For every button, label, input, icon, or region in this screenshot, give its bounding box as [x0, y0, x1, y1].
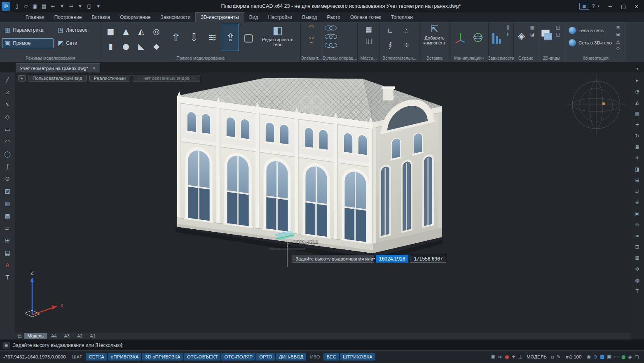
zoom-lens-icon[interactable]: ⊙ — [593, 354, 597, 360]
interface-switch-icon[interactable]: ▦ — [579, 3, 589, 10]
ellipse-icon[interactable]: ⊙ — [2, 173, 13, 184]
ribbon-tab[interactable]: Настройки — [263, 12, 297, 22]
ucs-construction-icon[interactable]: ∟ — [387, 27, 393, 35]
help-menu-icon[interactable]: ▾ — [597, 4, 603, 8]
point-icon[interactable]: ∴ — [405, 27, 409, 35]
2d-views-icon[interactable] — [540, 24, 553, 49]
mesh-refine-icon[interactable]: ⊞ — [615, 32, 621, 37]
fix-constraint-icon[interactable]: ⊦ — [505, 32, 511, 37]
status-toggle[interactable]: оПРИВЯЗКА — [108, 353, 142, 361]
viewport-control-button[interactable]: Пользовательский вид — [28, 75, 87, 81]
ribbon-tab[interactable]: Построение — [49, 12, 87, 22]
base-view-icon[interactable]: ◰ — [555, 25, 561, 30]
ui-monitor-icon[interactable]: ▢ — [85, 2, 94, 11]
text-style-icon[interactable]: Т — [633, 287, 642, 296]
pointer-mode-icon[interactable]: ⊳ — [498, 354, 502, 360]
rotate-view-icon[interactable]: ↻ — [633, 131, 642, 140]
grid-display-icon[interactable]: ▦ — [633, 109, 642, 118]
push-pull-icon[interactable]: ⇪ — [222, 24, 239, 51]
sphere-icon[interactable]: ● — [118, 39, 133, 54]
dynamic-ucs-icon[interactable]: ⊥ — [518, 354, 522, 360]
selection-box-icon[interactable]: ■ — [600, 354, 604, 360]
dynamic-prompt-dropdown[interactable]: Задайте высоту выдавливания или ▾ — [293, 255, 374, 263]
zoom-window-icon[interactable]: ⊡ — [633, 242, 642, 251]
wipeout-icon[interactable]: ▱ — [2, 223, 13, 233]
divide-icon[interactable]: ÷ — [404, 41, 410, 49]
parallel-constraint-icon[interactable]: ∥ — [505, 25, 511, 30]
group-label[interactable]: Манипуляции▾ — [450, 55, 488, 62]
edit-body-button[interactable]: ◧ Редактировать тело — [260, 24, 295, 47]
direct-mode-button[interactable]: ▣ Прямое — [2, 38, 54, 48]
help-button[interactable]: ? — [590, 3, 597, 9]
move-view-icon[interactable]: + — [633, 120, 642, 129]
ribbon-tab[interactable]: Оформление — [115, 12, 155, 22]
audit-icon[interactable]: ◪ — [529, 32, 536, 37]
command-line[interactable]: ≣ Задайте высоту выдавливания или [Неско… — [0, 340, 644, 350]
text-icon[interactable]: T — [2, 272, 13, 283]
status-toggle[interactable]: ИЗО — [307, 353, 323, 361]
height-input-field[interactable]: 16024.1916 — [376, 255, 408, 263]
clip-plane-icon[interactable]: ▱ — [633, 187, 642, 196]
clean-screen-icon[interactable]: ▭ — [614, 354, 619, 360]
spline-icon[interactable]: ∫ — [2, 161, 13, 172]
sheet-mode-button[interactable]: ◳ Листовое — [55, 25, 96, 35]
solid-to-mesh-button[interactable]: Тела в сеть — [567, 26, 613, 35]
building-model[interactable] — [176, 78, 443, 263]
polysolid-icon[interactable]: ◆ — [149, 39, 164, 54]
parametric-mode-button[interactable]: ▦ Параметрика — [2, 25, 54, 35]
ribbon-tab[interactable]: Топоплан — [386, 12, 418, 22]
annotation-pencil-icon[interactable]: ✎ — [557, 354, 561, 360]
pyramid-icon[interactable]: ◭ — [133, 24, 149, 39]
navigation-sphere[interactable] — [567, 75, 626, 135]
undo-list-icon[interactable]: ▾ — [58, 2, 66, 11]
ribbon-tab[interactable]: Зависимости — [156, 12, 196, 22]
close-button[interactable]: × — [630, 0, 643, 12]
redo-icon[interactable]: → — [67, 2, 75, 11]
slice-icon[interactable]: ▢ — [240, 24, 257, 51]
redo-list-icon[interactable]: ▾ — [76, 2, 84, 11]
calculator-icon[interactable]: ▤ — [529, 25, 536, 30]
orbit-rings-icon[interactable] — [470, 24, 487, 51]
cylinder-icon[interactable]: ▮ — [103, 39, 118, 54]
add-component-button[interactable]: ⇱ Добавить компонент — [422, 24, 447, 45]
status-toggle[interactable]: ШАГ — [69, 353, 85, 361]
fullscreen-icon[interactable]: ▢ — [635, 354, 639, 360]
scale-control[interactable]: m1:100 — [563, 354, 584, 359]
pan-icon[interactable]: ✥ — [633, 265, 642, 274]
gradient-icon[interactable]: ▥ — [2, 198, 13, 209]
status-toggle[interactable]: ВЕС — [323, 353, 339, 361]
block-icon[interactable]: ⊞ — [2, 235, 13, 246]
paper-space-icon[interactable]: ▫ — [551, 354, 554, 360]
minimize-button[interactable]: ─ — [604, 0, 617, 12]
layout-tab[interactable]: А3 — [61, 333, 73, 339]
restore-button[interactable]: ▢ — [617, 0, 630, 12]
steering-icon[interactable]: ◍ — [633, 276, 642, 285]
quick-access-more-icon[interactable]: ▾ — [94, 2, 103, 11]
record-icon[interactable]: ● — [505, 354, 509, 360]
spell-check-icon[interactable]: A — [2, 260, 13, 270]
measure-icon[interactable]: # — [633, 198, 642, 207]
fillet-edge-icon[interactable]: ◠ — [309, 23, 314, 31]
taper-face-icon[interactable]: ⇩ — [185, 24, 203, 51]
subtract-icon[interactable] — [325, 34, 340, 40]
chamfer-edge-icon[interactable]: ◡ — [309, 33, 314, 40]
sun-icon[interactable]: ☀ — [633, 154, 642, 163]
space-switch-button[interactable]: МОДЕЛЬ — [525, 354, 548, 359]
viewport-control-button[interactable]: — нет связанных видов — — [133, 75, 200, 81]
line-icon[interactable]: ╱ — [2, 74, 13, 85]
secondary-input-field[interactable]: 171556.6967 — [410, 255, 446, 263]
status-toggle[interactable]: 3D оПРИВЯЗКА — [142, 353, 183, 361]
layout-tab[interactable]: А2 — [74, 333, 86, 339]
polygon-icon[interactable]: ◇ — [2, 112, 13, 122]
rectangle-icon[interactable]: ▭ — [2, 124, 13, 135]
online-status-icon[interactable]: ● — [621, 354, 625, 360]
mouse-wheel-icon[interactable]: ◉ — [586, 354, 590, 360]
torus-icon[interactable]: ◎ — [149, 24, 164, 39]
intersect-icon[interactable] — [325, 42, 340, 49]
union-icon[interactable] — [325, 25, 340, 31]
ribbon-tab[interactable]: Вывод — [297, 12, 322, 22]
3d-polyline-icon[interactable]: ∿ — [2, 99, 13, 110]
status-toggle[interactable]: ОТС-ПОЛЯР — [221, 353, 255, 361]
status-toggle[interactable]: СЕТКА — [86, 353, 107, 361]
zoom-extents-icon[interactable]: ⊠ — [633, 254, 642, 263]
